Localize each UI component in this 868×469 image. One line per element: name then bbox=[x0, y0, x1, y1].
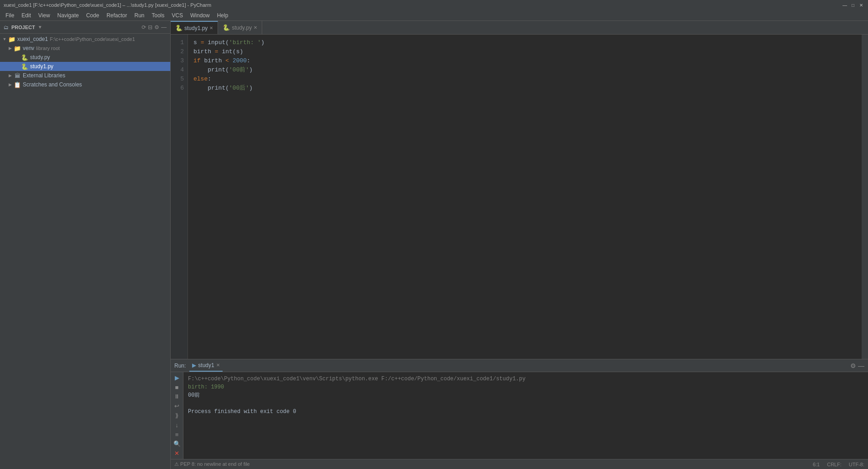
run-panel-header: Run: ▶ study1 ✕ ⚙ — bbox=[171, 359, 868, 372]
tab-close-study[interactable]: ✕ bbox=[254, 25, 257, 30]
code-editor: 1 2 3 4 5 6 s = input('birth: ') birth =… bbox=[171, 35, 868, 359]
tree-item-scratches[interactable]: ▶ 📋 Scratches and Consoles bbox=[0, 80, 170, 89]
tree-item-venv[interactable]: ▶ 📁 venv library root bbox=[0, 44, 170, 53]
run-label: Run: bbox=[174, 363, 186, 369]
status-message[interactable]: ⚠ PEP 8: no newline at end of file bbox=[174, 461, 250, 467]
study-py-label: study.py bbox=[30, 54, 50, 61]
status-bar: ⚠ PEP 8: no newline at end of file 6:1 C… bbox=[171, 459, 868, 469]
run-play-btn[interactable]: ▶ bbox=[173, 374, 182, 382]
run-stop-btn[interactable]: ■ bbox=[173, 383, 182, 391]
tree-item-ext-libs[interactable]: ▶ 🏛 External Libraries bbox=[0, 71, 170, 80]
tab-label-study1: study1.py bbox=[184, 25, 208, 31]
expand-arrow-ext: ▶ bbox=[7, 73, 13, 78]
run-pause-btn[interactable]: ⏸ bbox=[173, 393, 182, 401]
run-scroll-top-btn[interactable]: ⟫ bbox=[173, 412, 182, 419]
venv-label: venv bbox=[23, 45, 34, 51]
run-clear-btn[interactable]: ✕ bbox=[173, 449, 182, 457]
tab-close-study1[interactable]: ✕ bbox=[209, 25, 213, 30]
line-num-6: 6 bbox=[174, 84, 184, 93]
maximize-button[interactable]: □ bbox=[850, 2, 856, 8]
run-wrap-btn[interactable]: ≡ bbox=[173, 431, 182, 439]
menu-item-refactor[interactable]: Refactor bbox=[103, 11, 131, 20]
sidebar-tree: ▼ 📁 xuexi_code1 F:\c++code\Python_code\x… bbox=[0, 34, 170, 469]
menu-item-edit[interactable]: Edit bbox=[18, 11, 35, 20]
run-panel: Run: ▶ study1 ✕ ⚙ — ▶ ■ ⏸ ↩ ⟫ ↓ bbox=[171, 359, 868, 459]
tree-item-study1-py[interactable]: ▶ 🐍 study1.py bbox=[0, 62, 170, 71]
line-num-1: 1 bbox=[174, 38, 184, 47]
minimize-button[interactable]: — bbox=[842, 2, 848, 8]
tab-study[interactable]: 🐍 study.py ✕ bbox=[218, 21, 262, 34]
editor-scrollbar[interactable] bbox=[862, 35, 868, 359]
tree-item-study-py[interactable]: ▶ 🐍 study.py bbox=[0, 53, 170, 62]
menu-item-file[interactable]: File bbox=[2, 11, 18, 20]
sidebar-title: Project bbox=[11, 25, 35, 30]
run-filter-btn[interactable]: 🔍 bbox=[173, 440, 182, 448]
run-header-actions: ⚙ — bbox=[850, 362, 864, 369]
console-cmd-line: F:\c++code\Python_code\xuexi_code1\venv\… bbox=[188, 375, 863, 383]
run-icon: ▶ bbox=[192, 362, 196, 368]
ext-libs-label: External Libraries bbox=[23, 72, 65, 79]
run-panel-body: ▶ ■ ⏸ ↩ ⟫ ↓ ≡ 🔍 ✕ F:\c++code\Python_code… bbox=[171, 372, 868, 459]
title-bar: xuexi_code1 [F:\c++code\Python_code\xuex… bbox=[0, 0, 868, 10]
hide-icon[interactable]: — bbox=[161, 24, 167, 30]
sync-icon[interactable]: ⟳ bbox=[142, 24, 146, 30]
run-console[interactable]: F:\c++code\Python_code\xuexi_code1\venv\… bbox=[183, 372, 868, 459]
run-rerun-btn[interactable]: ↩ bbox=[173, 402, 182, 410]
console-exit-line: Process finished with exit code 0 bbox=[188, 408, 863, 416]
line-num-2: 2 bbox=[174, 47, 184, 56]
menu-item-run[interactable]: Run bbox=[131, 11, 148, 20]
console-input-line: birth: 1990 bbox=[188, 383, 863, 391]
editor-area: 🐍 study1.py ✕ 🐍 study.py ✕ 1 2 3 4 5 6 s… bbox=[171, 21, 868, 469]
settings-icon[interactable]: ⚙ bbox=[154, 24, 159, 30]
code-content[interactable]: s = input('birth: ') birth = int(s) if b… bbox=[188, 35, 862, 359]
line-num-5: 5 bbox=[174, 75, 184, 84]
console-blank-line bbox=[188, 399, 863, 408]
line-ending[interactable]: CRLF: bbox=[827, 462, 842, 467]
python-file-icon-study: 🐍 bbox=[21, 54, 28, 61]
dropdown-icon[interactable]: ▼ bbox=[38, 25, 42, 30]
run-sidebar: ▶ ■ ⏸ ↩ ⟫ ↓ ≡ 🔍 ✕ bbox=[171, 372, 183, 459]
tab-icon-study: 🐍 bbox=[223, 24, 230, 31]
window-controls: — □ ✕ bbox=[842, 2, 864, 8]
sidebar-header: 🗂 Project ▼ ⟳ ⊟ ⚙ — bbox=[0, 21, 170, 34]
menu-bar: FileEditViewNavigateCodeRefactorRunTools… bbox=[0, 10, 868, 21]
status-right: 6:1 CRLF: UTF-8: bbox=[813, 462, 864, 467]
expand-arrow-venv: ▶ bbox=[7, 45, 13, 51]
root-folder-label: xuexi_code1 bbox=[17, 36, 48, 42]
ext-libs-icon: 🏛 bbox=[14, 72, 21, 79]
sidebar: 🗂 Project ▼ ⟳ ⊟ ⚙ — ▼ 📁 xuexi_code1 F:\c… bbox=[0, 21, 171, 469]
run-tab-study1[interactable]: ▶ study1 ✕ bbox=[189, 359, 222, 372]
line-numbers: 1 2 3 4 5 6 bbox=[171, 35, 188, 359]
expand-arrow-root: ▼ bbox=[2, 36, 7, 42]
project-icon: 🗂 bbox=[4, 25, 9, 30]
collapse-icon[interactable]: ⊟ bbox=[148, 24, 152, 30]
close-button[interactable]: ✕ bbox=[858, 2, 864, 8]
tab-label-study: study.py bbox=[232, 25, 252, 31]
menu-item-navigate[interactable]: Navigate bbox=[54, 11, 82, 20]
python-file-icon-study1: 🐍 bbox=[21, 63, 28, 70]
menu-item-help[interactable]: Help bbox=[213, 11, 232, 20]
menu-item-tools[interactable]: Tools bbox=[148, 11, 168, 20]
study1-py-label: study1.py bbox=[30, 63, 53, 70]
scratches-label: Scratches and Consoles bbox=[23, 81, 82, 88]
main-area: 🗂 Project ▼ ⟳ ⊟ ⚙ — ▼ 📁 xuexi_code1 F:\c… bbox=[0, 21, 868, 469]
menu-item-code[interactable]: Code bbox=[82, 11, 103, 20]
run-pin-icon[interactable]: — bbox=[858, 362, 864, 369]
line-num-4: 4 bbox=[174, 66, 184, 75]
menu-item-vcs[interactable]: VCS bbox=[168, 11, 187, 20]
run-settings-icon[interactable]: ⚙ bbox=[850, 362, 856, 369]
run-scroll-down-btn[interactable]: ↓ bbox=[173, 421, 182, 429]
menu-item-view[interactable]: View bbox=[35, 11, 54, 20]
scratches-icon: 📋 bbox=[14, 81, 21, 88]
menu-item-window[interactable]: Window bbox=[187, 11, 213, 20]
tree-item-root[interactable]: ▼ 📁 xuexi_code1 F:\c++code\Python_code\x… bbox=[0, 35, 170, 44]
sidebar-actions: ⟳ ⊟ ⚙ — bbox=[142, 24, 167, 30]
tab-icon-study1: 🐍 bbox=[175, 25, 183, 31]
cursor-position[interactable]: 6:1 bbox=[813, 462, 820, 467]
run-tab-close[interactable]: ✕ bbox=[216, 363, 220, 368]
tabs-bar: 🐍 study1.py ✕ 🐍 study.py ✕ bbox=[171, 21, 868, 35]
tab-study1[interactable]: 🐍 study1.py ✕ bbox=[171, 21, 218, 34]
line-num-3: 3 bbox=[174, 56, 184, 66]
venv-sublabel: library root bbox=[36, 45, 60, 51]
encoding[interactable]: UTF-8: bbox=[849, 462, 864, 467]
